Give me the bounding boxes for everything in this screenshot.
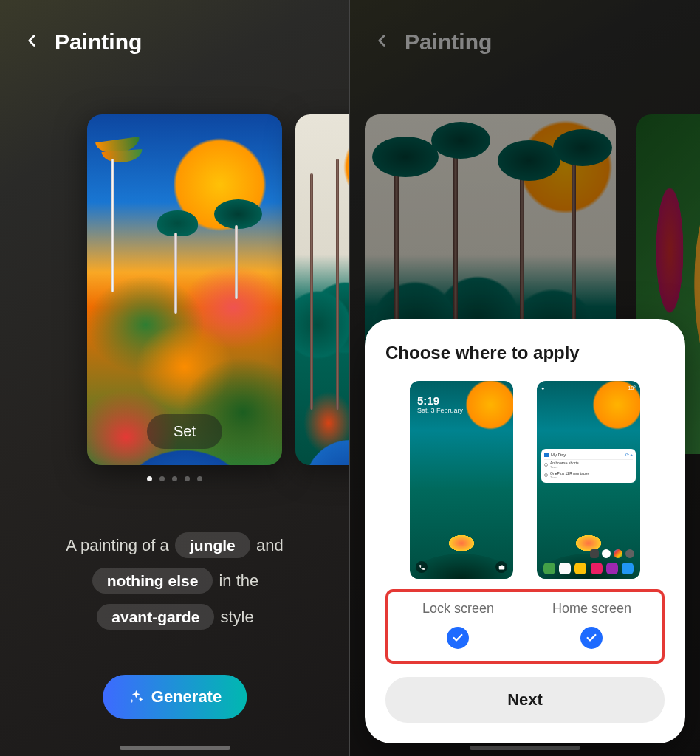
back-icon[interactable] — [22, 31, 41, 53]
dot[interactable] — [147, 476, 152, 481]
checkmark-icon[interactable] — [580, 627, 603, 649]
dot[interactable] — [185, 476, 190, 481]
widget-title: My Day — [551, 453, 566, 457]
prompt-text: in the — [219, 571, 258, 590]
camera-icon — [495, 561, 507, 573]
home-screen-label: Home screen — [552, 601, 631, 616]
phone-icon — [416, 561, 428, 573]
left-panel: Painting Set — [0, 0, 350, 756]
wallpaper-image — [87, 114, 282, 465]
lock-screen-label: Lock screen — [422, 601, 494, 616]
prompt-builder: A painting of a jungle and nothing else … — [0, 528, 349, 635]
prompt-text: A painting of a — [66, 536, 168, 554]
sparkle-icon — [128, 689, 144, 705]
wallpaper-image-2 — [295, 114, 350, 465]
generate-button[interactable]: Generate — [103, 675, 247, 719]
header: Painting — [0, 0, 349, 55]
page-title: Painting — [55, 30, 142, 55]
dot[interactable] — [172, 476, 177, 481]
prompt-chip-modifier[interactable]: nothing else — [92, 568, 213, 594]
selection-highlight: Lock screen Home screen — [385, 589, 665, 664]
home-screen-choice[interactable]: Home screen — [532, 601, 652, 649]
page-title: Painting — [405, 30, 492, 55]
lock-time: 5:19 — [417, 394, 506, 407]
back-icon[interactable] — [372, 31, 391, 53]
lock-screen-preview[interactable]: 5:19 Sat, 3 February — [410, 381, 513, 579]
nav-handle[interactable] — [470, 746, 580, 750]
header: Painting — [350, 0, 700, 55]
right-panel: Painting Generate Choose where to apply — [350, 0, 700, 756]
wallpaper-card-next[interactable] — [295, 114, 350, 465]
nav-handle[interactable] — [120, 746, 230, 750]
preview-row: 5:19 Sat, 3 February ●18° — [385, 381, 665, 579]
wallpaper-carousel[interactable]: Set — [0, 114, 349, 465]
lock-date: Sat, 3 February — [417, 407, 506, 414]
prompt-text: style — [220, 608, 253, 626]
dialog-title: Choose where to apply — [385, 343, 665, 363]
lock-screen-choice[interactable]: Lock screen — [398, 601, 518, 649]
dot[interactable] — [197, 476, 202, 481]
home-screen-preview[interactable]: ●18° My Day ⟳ + An browse shortsTasks On… — [537, 381, 640, 579]
carousel-dots — [0, 476, 349, 481]
checkmark-icon[interactable] — [447, 627, 469, 649]
apply-dialog: Choose where to apply 5:19 Sat, 3 Februa… — [365, 319, 685, 743]
next-button[interactable]: Next — [385, 677, 665, 723]
home-widget: My Day ⟳ + An browse shortsTasks OnePlus… — [541, 449, 636, 483]
set-button[interactable]: Set — [147, 414, 222, 449]
dot[interactable] — [159, 476, 165, 481]
prompt-chip-subject[interactable]: jungle — [175, 532, 250, 558]
generate-label: Generate — [151, 687, 222, 707]
wallpaper-card-main[interactable]: Set — [87, 114, 282, 465]
prompt-chip-style[interactable]: avant-garde — [97, 604, 214, 630]
prompt-text: and — [256, 536, 284, 554]
